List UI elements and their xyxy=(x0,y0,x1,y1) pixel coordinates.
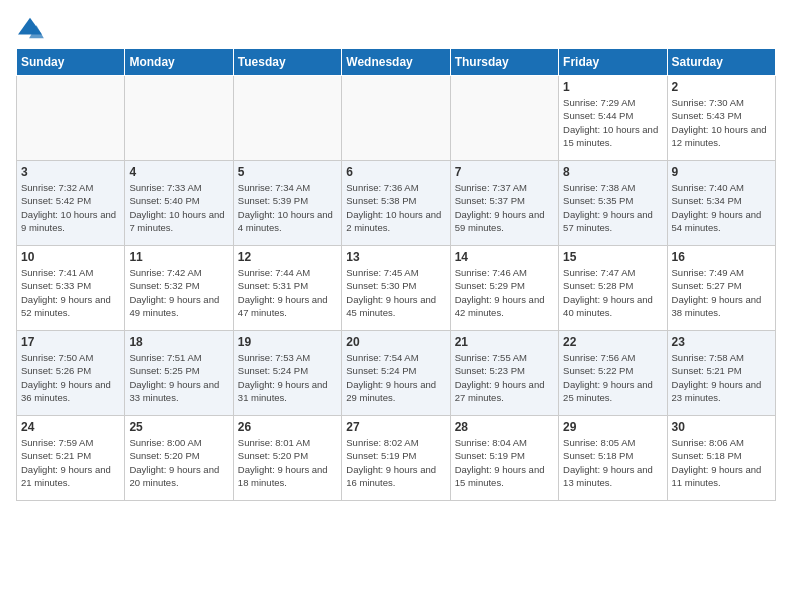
col-header-friday: Friday xyxy=(559,49,667,76)
calendar-cell: 27Sunrise: 8:02 AM Sunset: 5:19 PM Dayli… xyxy=(342,416,450,501)
calendar-cell: 26Sunrise: 8:01 AM Sunset: 5:20 PM Dayli… xyxy=(233,416,341,501)
cell-info: Sunrise: 7:36 AM Sunset: 5:38 PM Dayligh… xyxy=(346,181,445,234)
col-header-sunday: Sunday xyxy=(17,49,125,76)
calendar-cell xyxy=(450,76,558,161)
col-header-thursday: Thursday xyxy=(450,49,558,76)
calendar-cell: 18Sunrise: 7:51 AM Sunset: 5:25 PM Dayli… xyxy=(125,331,233,416)
cell-info: Sunrise: 7:38 AM Sunset: 5:35 PM Dayligh… xyxy=(563,181,662,234)
cell-info: Sunrise: 7:51 AM Sunset: 5:25 PM Dayligh… xyxy=(129,351,228,404)
day-number: 18 xyxy=(129,335,228,349)
calendar-cell: 16Sunrise: 7:49 AM Sunset: 5:27 PM Dayli… xyxy=(667,246,775,331)
calendar-cell: 7Sunrise: 7:37 AM Sunset: 5:37 PM Daylig… xyxy=(450,161,558,246)
calendar-table: SundayMondayTuesdayWednesdayThursdayFrid… xyxy=(16,48,776,501)
cell-info: Sunrise: 7:42 AM Sunset: 5:32 PM Dayligh… xyxy=(129,266,228,319)
day-number: 30 xyxy=(672,420,771,434)
calendar-cell: 6Sunrise: 7:36 AM Sunset: 5:38 PM Daylig… xyxy=(342,161,450,246)
cell-info: Sunrise: 8:00 AM Sunset: 5:20 PM Dayligh… xyxy=(129,436,228,489)
day-number: 20 xyxy=(346,335,445,349)
day-number: 25 xyxy=(129,420,228,434)
cell-info: Sunrise: 7:34 AM Sunset: 5:39 PM Dayligh… xyxy=(238,181,337,234)
calendar-cell: 30Sunrise: 8:06 AM Sunset: 5:18 PM Dayli… xyxy=(667,416,775,501)
calendar-cell: 14Sunrise: 7:46 AM Sunset: 5:29 PM Dayli… xyxy=(450,246,558,331)
day-number: 28 xyxy=(455,420,554,434)
day-number: 4 xyxy=(129,165,228,179)
day-number: 14 xyxy=(455,250,554,264)
calendar-cell: 4Sunrise: 7:33 AM Sunset: 5:40 PM Daylig… xyxy=(125,161,233,246)
cell-info: Sunrise: 7:40 AM Sunset: 5:34 PM Dayligh… xyxy=(672,181,771,234)
calendar-cell: 1Sunrise: 7:29 AM Sunset: 5:44 PM Daylig… xyxy=(559,76,667,161)
col-header-wednesday: Wednesday xyxy=(342,49,450,76)
day-number: 21 xyxy=(455,335,554,349)
cell-info: Sunrise: 7:54 AM Sunset: 5:24 PM Dayligh… xyxy=(346,351,445,404)
calendar-cell: 17Sunrise: 7:50 AM Sunset: 5:26 PM Dayli… xyxy=(17,331,125,416)
calendar-cell: 21Sunrise: 7:55 AM Sunset: 5:23 PM Dayli… xyxy=(450,331,558,416)
calendar-cell: 10Sunrise: 7:41 AM Sunset: 5:33 PM Dayli… xyxy=(17,246,125,331)
day-number: 5 xyxy=(238,165,337,179)
calendar-cell: 11Sunrise: 7:42 AM Sunset: 5:32 PM Dayli… xyxy=(125,246,233,331)
page-header xyxy=(16,16,776,40)
day-number: 10 xyxy=(21,250,120,264)
cell-info: Sunrise: 7:53 AM Sunset: 5:24 PM Dayligh… xyxy=(238,351,337,404)
cell-info: Sunrise: 7:50 AM Sunset: 5:26 PM Dayligh… xyxy=(21,351,120,404)
day-number: 8 xyxy=(563,165,662,179)
cell-info: Sunrise: 7:55 AM Sunset: 5:23 PM Dayligh… xyxy=(455,351,554,404)
calendar-cell: 2Sunrise: 7:30 AM Sunset: 5:43 PM Daylig… xyxy=(667,76,775,161)
calendar-cell: 3Sunrise: 7:32 AM Sunset: 5:42 PM Daylig… xyxy=(17,161,125,246)
cell-info: Sunrise: 7:45 AM Sunset: 5:30 PM Dayligh… xyxy=(346,266,445,319)
calendar-cell: 15Sunrise: 7:47 AM Sunset: 5:28 PM Dayli… xyxy=(559,246,667,331)
cell-info: Sunrise: 7:33 AM Sunset: 5:40 PM Dayligh… xyxy=(129,181,228,234)
cell-info: Sunrise: 7:32 AM Sunset: 5:42 PM Dayligh… xyxy=(21,181,120,234)
day-number: 24 xyxy=(21,420,120,434)
cell-info: Sunrise: 7:49 AM Sunset: 5:27 PM Dayligh… xyxy=(672,266,771,319)
calendar-cell: 28Sunrise: 8:04 AM Sunset: 5:19 PM Dayli… xyxy=(450,416,558,501)
calendar-cell xyxy=(125,76,233,161)
calendar-cell xyxy=(17,76,125,161)
calendar-cell: 8Sunrise: 7:38 AM Sunset: 5:35 PM Daylig… xyxy=(559,161,667,246)
calendar-cell: 25Sunrise: 8:00 AM Sunset: 5:20 PM Dayli… xyxy=(125,416,233,501)
cell-info: Sunrise: 7:58 AM Sunset: 5:21 PM Dayligh… xyxy=(672,351,771,404)
calendar-cell: 22Sunrise: 7:56 AM Sunset: 5:22 PM Dayli… xyxy=(559,331,667,416)
cell-info: Sunrise: 8:05 AM Sunset: 5:18 PM Dayligh… xyxy=(563,436,662,489)
cell-info: Sunrise: 7:59 AM Sunset: 5:21 PM Dayligh… xyxy=(21,436,120,489)
cell-info: Sunrise: 7:29 AM Sunset: 5:44 PM Dayligh… xyxy=(563,96,662,149)
day-number: 11 xyxy=(129,250,228,264)
day-number: 1 xyxy=(563,80,662,94)
calendar-cell: 19Sunrise: 7:53 AM Sunset: 5:24 PM Dayli… xyxy=(233,331,341,416)
day-number: 13 xyxy=(346,250,445,264)
day-number: 7 xyxy=(455,165,554,179)
day-number: 9 xyxy=(672,165,771,179)
cell-info: Sunrise: 8:02 AM Sunset: 5:19 PM Dayligh… xyxy=(346,436,445,489)
calendar-cell: 5Sunrise: 7:34 AM Sunset: 5:39 PM Daylig… xyxy=(233,161,341,246)
calendar-cell: 20Sunrise: 7:54 AM Sunset: 5:24 PM Dayli… xyxy=(342,331,450,416)
cell-info: Sunrise: 8:01 AM Sunset: 5:20 PM Dayligh… xyxy=(238,436,337,489)
day-number: 29 xyxy=(563,420,662,434)
logo xyxy=(16,16,48,40)
day-number: 12 xyxy=(238,250,337,264)
day-number: 3 xyxy=(21,165,120,179)
calendar-cell xyxy=(233,76,341,161)
cell-info: Sunrise: 7:46 AM Sunset: 5:29 PM Dayligh… xyxy=(455,266,554,319)
day-number: 19 xyxy=(238,335,337,349)
cell-info: Sunrise: 7:44 AM Sunset: 5:31 PM Dayligh… xyxy=(238,266,337,319)
calendar-cell: 29Sunrise: 8:05 AM Sunset: 5:18 PM Dayli… xyxy=(559,416,667,501)
calendar-cell: 12Sunrise: 7:44 AM Sunset: 5:31 PM Dayli… xyxy=(233,246,341,331)
day-number: 6 xyxy=(346,165,445,179)
col-header-tuesday: Tuesday xyxy=(233,49,341,76)
cell-info: Sunrise: 7:41 AM Sunset: 5:33 PM Dayligh… xyxy=(21,266,120,319)
col-header-monday: Monday xyxy=(125,49,233,76)
day-number: 26 xyxy=(238,420,337,434)
day-number: 17 xyxy=(21,335,120,349)
day-number: 2 xyxy=(672,80,771,94)
day-number: 15 xyxy=(563,250,662,264)
day-number: 16 xyxy=(672,250,771,264)
cell-info: Sunrise: 7:37 AM Sunset: 5:37 PM Dayligh… xyxy=(455,181,554,234)
calendar-cell: 9Sunrise: 7:40 AM Sunset: 5:34 PM Daylig… xyxy=(667,161,775,246)
calendar-cell: 24Sunrise: 7:59 AM Sunset: 5:21 PM Dayli… xyxy=(17,416,125,501)
cell-info: Sunrise: 7:30 AM Sunset: 5:43 PM Dayligh… xyxy=(672,96,771,149)
calendar-cell xyxy=(342,76,450,161)
calendar-cell: 13Sunrise: 7:45 AM Sunset: 5:30 PM Dayli… xyxy=(342,246,450,331)
cell-info: Sunrise: 7:47 AM Sunset: 5:28 PM Dayligh… xyxy=(563,266,662,319)
day-number: 23 xyxy=(672,335,771,349)
logo-icon xyxy=(16,16,44,40)
cell-info: Sunrise: 8:04 AM Sunset: 5:19 PM Dayligh… xyxy=(455,436,554,489)
